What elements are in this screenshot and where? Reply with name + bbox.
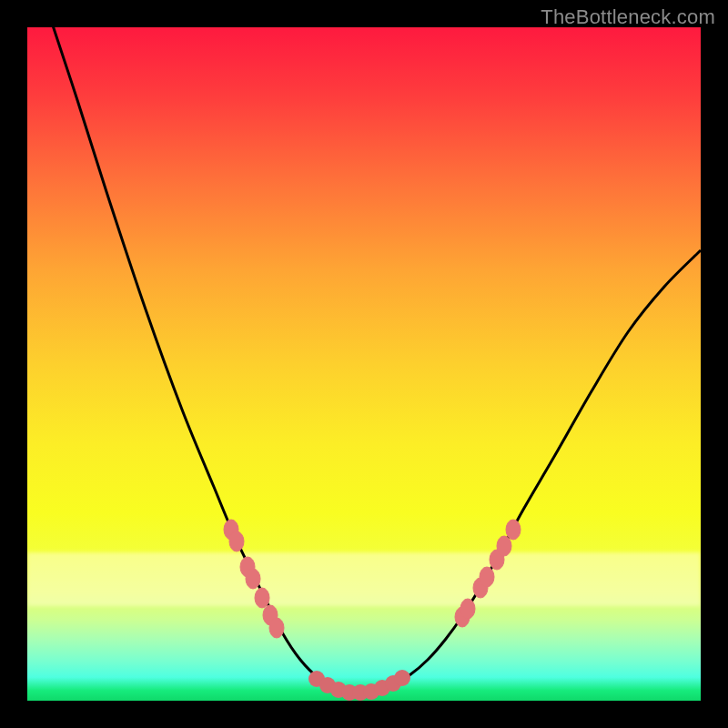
curve-marker [246,569,260,589]
bottom-marker [394,670,410,686]
curve-marker [460,599,475,619]
plot-frame [27,27,701,701]
curve-marker [480,567,494,587]
bottleneck-curve [52,27,701,693]
chart-svg [27,27,701,701]
curve-markers [224,520,521,638]
bottom-cluster [308,670,410,701]
curve-marker [255,588,269,608]
curve-marker [506,520,521,540]
curve-marker [497,536,511,556]
curve-marker [229,531,244,551]
watermark-text: TheBottleneck.com [541,5,715,29]
curve-marker [269,618,284,638]
